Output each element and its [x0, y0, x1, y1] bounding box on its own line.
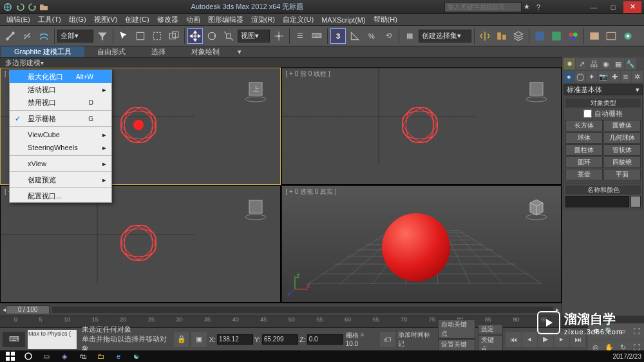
named-sel-icon[interactable]: ▦ [402, 28, 417, 44]
mini-listener-icon[interactable]: ⌨ [3, 332, 25, 347]
viewcube[interactable] [243, 195, 269, 221]
prim-sphere[interactable]: 球体 [565, 132, 603, 144]
menu-create[interactable]: 创建(C) [121, 15, 153, 24]
ctx-preview[interactable]: 创建预览▸ [10, 173, 111, 186]
viewcube[interactable] [524, 77, 549, 103]
display-tab-icon[interactable]: ▦ [612, 58, 624, 70]
material-editor-icon[interactable] [565, 28, 581, 44]
systems-icon[interactable]: ✲ [632, 71, 643, 82]
cortana-icon[interactable] [21, 351, 36, 361]
coord-y-input[interactable] [262, 334, 298, 345]
viewcube[interactable]: 上 [243, 77, 269, 103]
utilities-tab-icon[interactable]: 🔧 [625, 58, 636, 70]
ribtab-freeform[interactable]: 自由形式 [84, 46, 138, 57]
select-name-icon[interactable] [133, 28, 148, 44]
layers-icon[interactable] [511, 28, 526, 44]
prim-plane[interactable]: 平面 [603, 169, 641, 180]
motion-tab-icon[interactable]: ◉ [600, 58, 612, 70]
named-selset-combo[interactable]: 创建选择集 ▾ [419, 30, 471, 43]
cameras-icon[interactable]: 📷 [598, 71, 609, 82]
geometry-icon[interactable]: ● [564, 71, 574, 82]
start-button-icon[interactable] [3, 351, 18, 361]
redo-icon[interactable] [27, 2, 37, 12]
close-button[interactable]: ✕ [623, 1, 641, 13]
explorer-icon[interactable]: 🗀 [93, 351, 108, 361]
selection-scope-combo[interactable]: 全部 ▾ [57, 30, 93, 43]
menu-script[interactable]: MAXScript(M) [317, 16, 369, 24]
lights-icon[interactable]: ✦ [586, 71, 597, 82]
selkey-button[interactable]: 选定 [478, 324, 503, 334]
prim-pyramid[interactable]: 四棱锥 [603, 157, 641, 168]
coord-x-input[interactable] [217, 334, 253, 345]
modify-tab-icon[interactable]: ↗ [576, 58, 587, 70]
select-cursor-icon[interactable] [116, 28, 131, 44]
pivot-icon[interactable] [271, 28, 287, 44]
unlink-icon[interactable] [19, 28, 35, 44]
maximize-button[interactable]: □ [604, 1, 622, 13]
schematic-icon[interactable] [549, 28, 564, 44]
menu-anim[interactable]: 动画 [182, 15, 204, 24]
ctx-disable-viewport[interactable]: 禁用视口D [10, 96, 111, 109]
align-icon[interactable] [494, 28, 509, 44]
search-input[interactable] [444, 2, 522, 12]
mirror-icon[interactable] [477, 28, 493, 44]
viewport-perspective[interactable]: [ + 0 透视 0 真实 ] zxy [281, 186, 562, 303]
object-color-swatch[interactable] [630, 196, 641, 207]
help-star-icon[interactable]: ★ [522, 2, 532, 12]
viewport-label[interactable]: [ + 0 透视 0 真实 ] [286, 187, 337, 196]
rollout-title[interactable]: 对象类型 [565, 99, 641, 108]
keymode-icon[interactable]: ⌨ [309, 28, 325, 44]
ribbon-sub[interactable]: 多边形建模 ▾ [0, 58, 644, 68]
autokey-button[interactable]: 自动关键点 [438, 319, 475, 339]
prim-geosphere[interactable]: 几何球体 [603, 132, 641, 144]
render-frame-icon[interactable] [603, 28, 619, 44]
scale-icon[interactable] [221, 28, 236, 44]
percent-snap-icon[interactable]: % [364, 28, 379, 44]
object-name-input[interactable] [565, 196, 629, 207]
menu-help[interactable]: 帮助(H) [370, 15, 401, 24]
ctx-xview[interactable]: xView▸ [10, 157, 111, 170]
ribtab-select[interactable]: 选择 [138, 46, 178, 57]
menu-render[interactable]: 渲染(R) [247, 15, 279, 24]
prim-torus[interactable]: 圆环 [565, 157, 603, 168]
ctx-viewcube[interactable]: ViewCube▸ [10, 128, 111, 141]
prim-cone[interactable]: 圆锥体 [603, 120, 641, 131]
menu-custom[interactable]: 自定义(U) [279, 15, 317, 24]
ribbon-expand-icon[interactable]: ▾ [238, 48, 242, 56]
undo-icon[interactable] [15, 2, 26, 12]
lock-icon[interactable]: 🔒 [174, 332, 189, 347]
time-slider[interactable]: ◂ 0 / 100 ▸ [0, 303, 562, 316]
rotate-icon[interactable] [204, 28, 220, 44]
select-region-icon[interactable] [149, 28, 165, 44]
viewport-label[interactable]: [ + 0 前 0 线框 ] [286, 70, 330, 79]
menu-group[interactable]: 组(G) [65, 15, 90, 24]
rollout-title[interactable]: 名称和颜色 [565, 186, 641, 195]
filter-icon[interactable] [95, 28, 110, 44]
time-pos[interactable]: 0 / 100 [6, 305, 50, 314]
ctx-steeringwheels[interactable]: SteeringWheels▸ [10, 141, 111, 154]
ctx-maximize[interactable]: 最大化视口Alt+W [10, 70, 111, 83]
edge-icon[interactable]: e [111, 351, 126, 361]
play-prev-icon[interactable]: ◂ [522, 332, 537, 347]
primitive-category-combo[interactable]: 标准基本体▾ [564, 84, 643, 95]
isolate-icon[interactable]: ▣ [191, 332, 206, 347]
coord-z-input[interactable] [307, 334, 343, 345]
play-start-icon[interactable]: ⏮ [506, 332, 521, 347]
prim-cylinder[interactable]: 圆柱体 [565, 144, 603, 156]
ctx-configure[interactable]: 配置视口... [10, 189, 111, 202]
ref-coord-combo[interactable]: 视图 ▾ [238, 30, 270, 43]
time-track[interactable] [52, 307, 553, 313]
link-icon[interactable] [3, 28, 18, 44]
hierarchy-tab-icon[interactable]: 品 [588, 58, 600, 70]
store-icon[interactable]: 🛍 [75, 351, 90, 361]
open-icon[interactable] [39, 2, 49, 12]
ribtab-graphite[interactable]: Graphite 建模工具 [1, 46, 84, 57]
render-setup-icon[interactable] [587, 28, 602, 44]
minimize-button[interactable]: — [585, 1, 603, 13]
menu-edit[interactable]: 编辑(E) [3, 15, 34, 24]
help-q-icon[interactable]: ? [533, 2, 544, 12]
ctx-active-viewport[interactable]: 活动视口▸ [10, 83, 111, 96]
menu-tools[interactable]: 工具(T) [34, 15, 65, 24]
ctx-show-grid[interactable]: ✓显示栅格G [10, 112, 111, 125]
helpers-icon[interactable]: ✚ [609, 71, 620, 82]
